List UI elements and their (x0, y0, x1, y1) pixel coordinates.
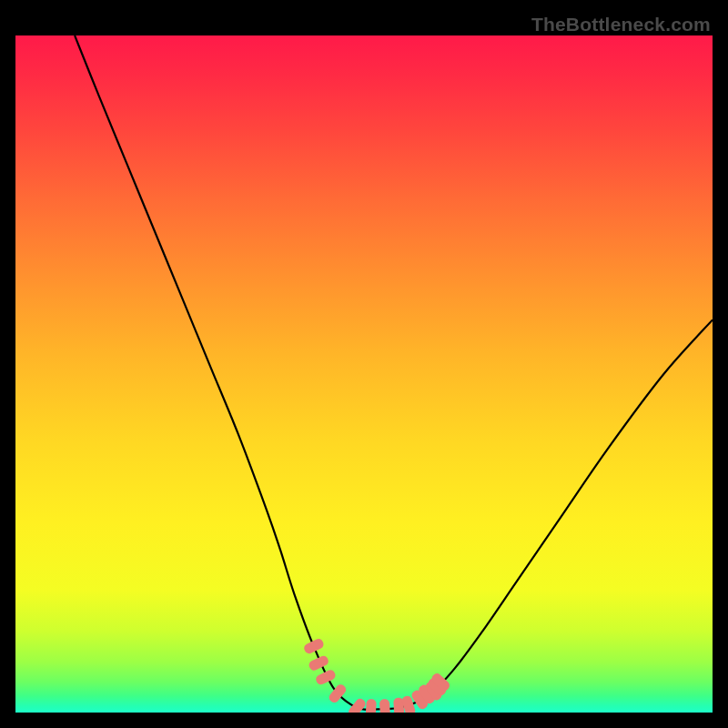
bottleneck-chart (15, 35, 713, 713)
gradient-background (15, 35, 713, 713)
chart-frame: TheBottleneck.com (15, 15, 713, 713)
watermark-text: TheBottleneck.com (531, 14, 711, 35)
plot-area (15, 35, 713, 713)
